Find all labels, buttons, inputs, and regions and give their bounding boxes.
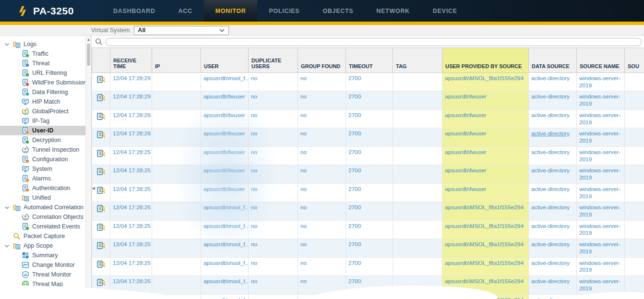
column-header-receive-time[interactable]: RECEIVE TIME: [110, 48, 152, 73]
log-detail-icon[interactable]: [97, 150, 106, 157]
cell-tag: [393, 202, 442, 220]
cell-group-found: no: [298, 276, 346, 294]
column-header-user[interactable]: USER: [201, 48, 249, 73]
sidebar-item-correlated-events[interactable]: Correlated Events: [0, 222, 85, 231]
sidebar-item-summary[interactable]: Summary: [0, 251, 85, 260]
log-detail-icon[interactable]: [97, 279, 106, 287]
threat-map-icon: [22, 280, 29, 288]
scrollbar-thumb[interactable]: [87, 44, 90, 66]
sidebar-item-label: Threat Map: [32, 281, 63, 287]
tab-policies[interactable]: POLICIES: [257, 0, 311, 22]
data-source-value[interactable]: active-directory: [531, 149, 570, 155]
tree-expand-chevron-icon[interactable]: [4, 205, 10, 210]
tab-objects[interactable]: OBJECTS: [311, 0, 365, 22]
column-header-ip[interactable]: IP: [152, 48, 201, 73]
log-detail-icon[interactable]: [97, 113, 106, 120]
sidebar-item-user-id[interactable]: User-ID: [0, 126, 85, 135]
cell-user-by-source: apsusrdb\MSOL_f8a1f155e294: [442, 294, 529, 299]
log-detail-icon[interactable]: [97, 224, 106, 231]
tree-expand-chevron-icon[interactable]: [4, 42, 10, 47]
cell-group-found: no: [298, 257, 346, 275]
sidebar-item-traffic[interactable]: Traffic: [0, 49, 85, 59]
sidebar-item-ip-tag[interactable]: IP-Tag: [0, 116, 85, 126]
column-header-sou[interactable]: SOU: [625, 48, 644, 73]
sidebar-item-packet-capture[interactable]: Packet Capture: [0, 231, 85, 241]
sidebar-item-decryption[interactable]: Decryption: [0, 135, 85, 145]
column-header-data-source[interactable]: DATA SOURCE: [529, 48, 577, 73]
log-detail-icon[interactable]: [97, 187, 106, 194]
log-detail-icon[interactable]: [97, 76, 106, 84]
scrollbar-up-arrow[interactable]: ▲: [86, 36, 91, 43]
cell-tag: [393, 165, 442, 183]
log-detail-icon[interactable]: [97, 205, 106, 213]
tab-dashboard[interactable]: DASHBOARD: [102, 0, 167, 22]
data-source-value[interactable]: active-directory: [531, 278, 570, 285]
cell-sou: [625, 128, 644, 146]
sidebar-item-automated-correlation-eng[interactable]: Automated Correlation Eng: [0, 203, 85, 212]
sidebar-collapse-handle[interactable]: ◀: [92, 183, 95, 193]
log-detail-icon[interactable]: [97, 242, 106, 250]
data-source-value[interactable]: active-directory: [531, 297, 570, 299]
cell-duplicate-users: no: [249, 73, 298, 91]
sidebar-item-logs[interactable]: Logs: [0, 39, 85, 49]
sidebar-item-data-filtering[interactable]: Data Filtering: [0, 87, 85, 97]
column-header-group-found[interactable]: GROUP FOUND: [298, 48, 346, 73]
log-detail-icon[interactable]: [97, 168, 106, 176]
sidebar-item-system[interactable]: System: [0, 164, 85, 174]
sidebar-item-threat-map[interactable]: Threat Map: [0, 279, 85, 289]
sidebar-scrollbar: ▲: [85, 36, 92, 299]
sidebar-item-hip-match[interactable]: HIP Match: [0, 97, 85, 107]
cell-sou: [625, 276, 644, 294]
tree-expand-chevron-icon[interactable]: [4, 243, 10, 249]
sidebar-item-url-filtering[interactable]: URL Filtering: [0, 68, 85, 78]
column-header-user-by-source[interactable]: USER PROVIDED BY SOURCE: [442, 48, 529, 73]
sidebar-item-threat[interactable]: Threat: [0, 59, 85, 68]
data-source-value[interactable]: active-directory: [531, 93, 570, 100]
sidebar-item-label: WildFire Submissions: [32, 79, 85, 86]
log-detail-icon[interactable]: [97, 298, 106, 299]
sidebar-item-change-monitor[interactable]: Change Monitor: [0, 260, 85, 270]
column-header-detail[interactable]: [92, 48, 110, 73]
log-row: 12/04 17:28:25apsusrdb\msol_f...nono2700…: [92, 294, 644, 299]
tab-device[interactable]: DEVICE: [421, 0, 469, 22]
sidebar-item-alarms[interactable]: Alarms: [0, 174, 85, 183]
sidebar-item-tunnel-inspection[interactable]: Tunnel Inspection: [0, 145, 85, 155]
log-detail-icon[interactable]: [97, 261, 106, 268]
data-source-value[interactable]: active-directory: [531, 167, 570, 174]
data-source-value[interactable]: active-directory: [531, 241, 570, 248]
sidebar-item-authentication[interactable]: Authentication: [0, 183, 85, 193]
sidebar-item-correlation-objects[interactable]: Correlation Objects: [0, 212, 85, 222]
sidebar-item-app-scope[interactable]: App Scope: [0, 241, 85, 251]
column-header-source-name[interactable]: SOURCE NAME: [577, 48, 625, 73]
data-source-value[interactable]: active-directory: [531, 75, 570, 82]
cell-source-name: windows-server-2019: [577, 276, 625, 294]
virtual-system-select[interactable]: All: [134, 26, 229, 35]
sidebar-item-configuration[interactable]: Configuration: [0, 155, 85, 164]
cell-group-found: no: [298, 91, 346, 109]
tab-acc[interactable]: ACC: [167, 0, 204, 22]
column-header-duplicate-users[interactable]: DUPLICATE USERS: [249, 48, 298, 73]
log-row: 12/04 17:28:29apsusrdb\fwusernono2700aps…: [92, 128, 644, 146]
data-source-value[interactable]: active-directory: [531, 223, 570, 229]
tab-monitor[interactable]: MONITOR: [204, 0, 258, 22]
column-header-tag[interactable]: TAG: [393, 48, 442, 73]
column-header-timeout[interactable]: TIMEOUT: [346, 48, 393, 73]
data-source-value[interactable]: active-directory: [531, 130, 570, 137]
cell-detail: [92, 276, 110, 294]
data-source-value[interactable]: active-directory: [531, 204, 570, 211]
log-query-input[interactable]: [106, 38, 642, 46]
tab-network[interactable]: NETWORK: [365, 0, 421, 22]
cell-user-by-source: apsusrdb\fwuser: [442, 109, 529, 128]
sidebar-item-wildfire-submissions[interactable]: WildFire Submissions: [0, 78, 85, 87]
sidebar-item-label: Tunnel Inspection: [32, 146, 79, 153]
data-source-value[interactable]: active-directory: [531, 186, 570, 192]
data-source-value[interactable]: active-directory: [531, 260, 570, 266]
log-detail-icon[interactable]: [97, 131, 106, 139]
log-detail-icon[interactable]: [97, 94, 106, 102]
data-source-value[interactable]: active-directory: [531, 112, 570, 119]
cell-ip: [152, 202, 201, 220]
sidebar-item-threat-monitor[interactable]: Threat Monitor: [0, 270, 85, 279]
sidebar-item-globalprotect[interactable]: GlobalProtect: [0, 107, 85, 116]
sidebar-item-unified[interactable]: Unified: [0, 193, 85, 203]
log-row: 12/04 17:28:25apsusrdb\msol_f...nono2700…: [92, 257, 644, 275]
